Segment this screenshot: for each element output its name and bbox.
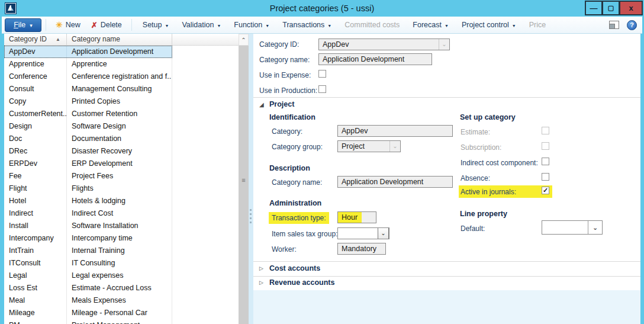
table-row[interactable]: Loss EstEstimate - Accrued Loss [4,282,239,294]
menu-project-control[interactable]: Project control▼ [455,17,523,33]
description-category-name-field[interactable]: Application Development [337,176,453,188]
use-in-expense-checkbox[interactable] [318,70,326,78]
worker-label: Worker: [272,245,297,254]
chevron-down-icon[interactable]: ⌄ [389,141,400,152]
divider [253,261,640,262]
category-name-label: Category name: [259,56,310,64]
scrollbar-thumb[interactable]: ≡ [239,46,249,324]
menu-validation[interactable]: Validation▼ [175,17,227,33]
estimate-checkbox[interactable] [542,127,549,134]
table-row[interactable]: ConsultManagement Consulting [4,83,239,95]
category-group-label: Category group: [272,143,323,151]
column-header-category-id[interactable]: Category ID ▲ [4,34,67,45]
default-label: Default: [461,224,485,233]
category-id-combobox[interactable]: AppDev ⌄ [318,39,450,50]
table-row[interactable]: ConferenceCenference registration and f.… [4,70,239,83]
section-revenue-accounts[interactable]: Revenue accounts [269,278,334,287]
worker-field[interactable]: Mandatory [337,243,386,255]
chevron-down-icon: ▼ [217,23,221,28]
window-title: Project categories (5 - ussi) [0,0,644,17]
table-row[interactable]: MileageMileage - Personal Car [4,307,239,319]
group-administration: Administration [269,199,321,207]
help-icon[interactable]: ? [627,20,637,30]
use-in-production-checkbox[interactable] [318,85,326,93]
project-categories-window: Project categories (5 - ussi) — ▢ x File… [0,0,644,324]
collapse-triangle-icon[interactable]: ◢ [259,101,264,108]
item-sales-tax-group-combobox[interactable]: ⌄ [337,227,389,239]
category-name-field[interactable]: Application Development [318,53,432,65]
use-in-production-label: Use in Production: [259,86,317,95]
table-row[interactable]: ApprenticeApprentice [4,58,239,70]
active-in-journals-label: Active in journals: [461,188,516,196]
use-in-expense-label: Use in Expense: [259,71,311,79]
table-row[interactable]: DocDocumentation [4,133,239,145]
menu-function[interactable]: Function▼ [227,17,276,33]
table-row[interactable]: IntTrainInternal Training [4,245,239,257]
table-row[interactable]: InstallSoftware Installation [4,220,239,232]
menu-forecast[interactable]: Forecast▼ [406,17,455,33]
menu-transactions[interactable]: Transactions▼ [276,17,338,33]
scroll-up-icon[interactable]: ⌃ [239,34,249,46]
group-set-up-category: Set up category [460,113,516,121]
absence-checkbox[interactable] [542,173,549,181]
indirect-cost-component-checkbox[interactable] [542,158,549,165]
table-row[interactable]: IndirectIndirect Cost [4,207,239,220]
details-panel: Category ID: AppDev ⌄ Category name: App… [253,34,640,324]
table-row[interactable]: HotelHotels & lodging [4,195,239,207]
new-label: New [66,21,80,29]
new-star-icon: ✳ [56,20,63,30]
table-row[interactable]: PMProject Management [4,319,239,324]
active-in-journals-checkbox[interactable]: ✓ [542,187,549,194]
table-row[interactable]: ERPDevERP Development [4,158,239,170]
estimate-label: Estimate: [461,128,490,136]
expand-triangle-icon[interactable]: ▷ [259,265,263,271]
table-row[interactable]: DesignSoftware Design [4,120,239,133]
section-project[interactable]: Project [269,100,294,108]
default-combobox[interactable]: ⌄ [542,220,603,235]
menu-setup[interactable]: Setup▼ [136,17,176,33]
file-label: File [14,21,25,29]
chevron-down-icon: ▼ [165,23,169,28]
table-row[interactable]: FlightFlights [4,182,239,195]
close-button[interactable]: x [619,1,643,15]
chevron-down-icon[interactable]: ⌄ [588,221,602,234]
table-row[interactable]: AppDevApplication Development [4,46,172,58]
minimize-button[interactable]: — [585,1,602,15]
menu-committed-costs: Committed costs [338,17,406,33]
section-cost-accounts[interactable]: Cost accounts [269,264,320,272]
column-header-category-name[interactable]: Category name [67,34,172,45]
subscription-checkbox[interactable] [542,142,549,150]
pane-layout-icon[interactable] [609,21,619,29]
indirect-cost-component-label: Indirect cost component: [461,159,538,167]
table-row[interactable]: IntercompanyIntercompany time [4,232,239,245]
panel-splitter[interactable] [249,34,253,324]
chevron-down-icon[interactable]: ⌄ [378,227,389,239]
table-row[interactable]: CustomerRetent...Customer Retention [4,108,239,120]
grid-scrollbar[interactable]: ⌃ ≡ [239,34,249,324]
table-row[interactable]: ITConsultIT Consulting [4,257,239,270]
new-button[interactable]: ✳ New [50,17,86,33]
chevron-down-icon: ▼ [327,23,331,28]
table-row[interactable]: LegalLegal expenses [4,270,239,282]
table-row[interactable]: DRecDisaster Recovery [4,145,239,158]
category-group-combobox[interactable]: Project ⌄ [337,140,401,152]
toolbar-separator [131,19,132,31]
file-menu-button[interactable]: File ▾ [5,18,41,32]
group-description: Description [269,164,310,172]
delete-button[interactable]: ✗ Delete [86,17,127,33]
group-identification: Identification [269,113,315,121]
table-row[interactable]: CopyPrinted Copies [4,95,239,108]
expand-triangle-icon[interactable]: ▷ [259,280,263,285]
transaction-type-field[interactable]: Hour [337,211,376,223]
transaction-type-label: Transaction type: [269,212,329,224]
maximize-button[interactable]: ▢ [602,1,619,15]
table-row[interactable]: FeeProject Fees [4,170,239,182]
category-id-label: Category ID: [259,40,299,49]
table-row[interactable]: MealMeals Expenses [4,294,239,307]
description-category-name-label: Category name: [272,178,322,187]
chevron-down-icon: ▼ [265,23,269,28]
column-header-empty [172,34,239,45]
chevron-down-icon[interactable]: ⌄ [439,39,449,50]
category-field[interactable]: AppDev [337,125,453,137]
divider [253,276,640,277]
